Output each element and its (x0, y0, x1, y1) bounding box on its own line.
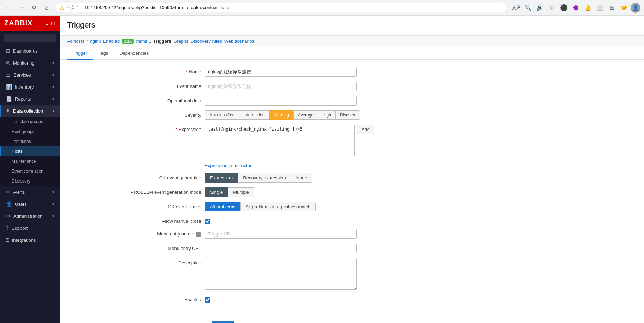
sidebar-item-left: ◎ Monitoring (6, 60, 35, 66)
browser-chrome: ← → ↻ ⌂ ⚠ 不安全 | 192.168.200.42/triggers.… (0, 0, 644, 16)
expression-constructor-row: Expression constructor (124, 161, 637, 168)
integrations-icon: Z (6, 237, 9, 243)
translate-button[interactable]: 文A (511, 2, 521, 13)
sidebar-item-administration[interactable]: ⚙ Administration ▼ (0, 210, 60, 222)
breadcrumb-items[interactable]: Items 1 (136, 38, 151, 44)
favorites-button[interactable]: ☆ (547, 2, 557, 13)
back-button[interactable]: ← (4, 3, 13, 13)
breadcrumb-all-hosts[interactable]: All hosts (67, 38, 84, 44)
sidebar-item-monitoring[interactable]: ◎ Monitoring ▼ (0, 57, 60, 69)
sidebar-item-alerts[interactable]: ✉ Alerts ▼ (0, 186, 60, 198)
sidebar-submenu-hosts[interactable]: Hosts (0, 146, 60, 156)
sidebar-collapse-button[interactable]: « (44, 20, 49, 27)
expression-add-button[interactable]: Add (357, 125, 374, 134)
page-title: Triggers (67, 20, 637, 30)
split-view-button[interactable]: ⬜ (595, 2, 605, 13)
ok-event-generation-row: OK event generation Expression Recovery … (124, 173, 637, 183)
address-bar[interactable]: ⚠ 不安全 | 192.168.200.42/triggers.php?host… (54, 3, 508, 12)
ok-event-closes-label: OK event closes (124, 202, 201, 209)
sidebar-item-inventory[interactable]: 📊 Inventory ▼ (0, 81, 60, 93)
ok-event-recovery-expression[interactable]: Recovery expression (238, 173, 291, 183)
menu-entry-name-input[interactable] (205, 229, 357, 239)
sidebar-submenu-discovery[interactable]: Discovery (0, 176, 60, 186)
sidebar-item-left: Z Integrations (6, 237, 36, 243)
problem-event-single[interactable]: Single (205, 187, 228, 197)
sidebar-item-integrations[interactable]: Z Integrations (0, 234, 60, 246)
cancel-button[interactable]: Cancel (237, 321, 263, 323)
sidebar-item-label: Support (12, 226, 28, 231)
sidebar-item-label: Dashboards (13, 48, 38, 54)
sidebar-submenu-host-groups[interactable]: Host groups (0, 127, 60, 137)
name-input[interactable] (205, 67, 357, 77)
add-submit-button[interactable]: Add (212, 321, 234, 323)
breadcrumb-web-scenarios[interactable]: Web scenarios (224, 38, 255, 44)
ok-event-generation-label: OK event generation (124, 173, 201, 180)
monitoring-icon: ◎ (6, 60, 10, 66)
severity-information[interactable]: Information (239, 110, 269, 120)
breadcrumb-discovery-rules[interactable]: Discovery rules (191, 38, 222, 44)
extension2-button[interactable]: ⬟ (571, 2, 581, 13)
menu-entry-name-row: Menu entry name ? (124, 229, 637, 239)
description-textarea[interactable] (205, 258, 357, 290)
menu-entry-url-input[interactable] (205, 244, 357, 253)
expression-textarea[interactable]: last(/nginx/check_nginx['waiting'])>3 (205, 125, 355, 156)
severity-not-classified[interactable]: Not classified (205, 110, 239, 120)
problem-event-mode-label: PROBLEM event generation mode (124, 187, 201, 195)
breadcrumb-enabled[interactable]: Enabled (103, 38, 120, 44)
severity-high[interactable]: High (318, 110, 335, 120)
breadcrumb-triggers[interactable]: Triggers (153, 38, 171, 44)
tab-tags[interactable]: Tags (93, 47, 114, 60)
sidebar-item-label: Reports (15, 96, 31, 102)
menu-entry-name-help-icon[interactable]: ? (196, 232, 201, 237)
tab-trigger[interactable]: Trigger (67, 47, 93, 60)
profile-avatar[interactable]: 👤 (631, 3, 640, 13)
sidebar-item-data-collection[interactable]: ⬇ Data collection ▲ (0, 105, 60, 117)
sidebar-expand-button[interactable]: ⊡ (50, 20, 56, 27)
home-button[interactable]: ⌂ (42, 3, 52, 13)
ok-event-none[interactable]: None (291, 173, 312, 183)
enabled-checkbox[interactable] (205, 297, 210, 303)
sidebar-item-users[interactable]: 👤 Users ▼ (0, 198, 60, 210)
apps-button[interactable]: ⊞ (607, 2, 617, 13)
security-warning-icon: ⚠ (60, 5, 64, 11)
reload-button[interactable]: ↻ (29, 3, 39, 13)
sidebar-submenu-maintenance[interactable]: Maintenance (0, 156, 60, 166)
severity-warning[interactable]: Warning (269, 110, 293, 120)
sidebar-item-left: ⚙ Administration (6, 213, 42, 219)
breadcrumb-host-nginx[interactable]: nginx (90, 38, 101, 44)
sidebar-submenu-event-correlation[interactable]: Event correlation (0, 166, 60, 176)
severity-disaster[interactable]: Disaster (335, 110, 360, 120)
sidebar-item-label: Data collection (13, 108, 43, 114)
search-button[interactable]: 🔍 (523, 2, 533, 13)
sidebar-submenu-templates[interactable]: Templates (0, 137, 60, 146)
sidebar-item-services[interactable]: ☰ Services ▼ (0, 69, 60, 81)
sidebar-submenu-template-groups[interactable]: Template groups (0, 117, 60, 127)
operational-data-control (205, 96, 357, 106)
extension1-button[interactable]: ⚫ (559, 2, 569, 13)
sidebar-item-reports[interactable]: 📄 Reports ▼ (0, 93, 60, 105)
breadcrumb-graphs[interactable]: Graphs (173, 38, 189, 44)
ok-event-tag-match[interactable]: All problems if tag values match (240, 202, 316, 211)
severity-average[interactable]: Average (293, 110, 318, 120)
allow-manual-close-checkbox[interactable] (205, 219, 210, 224)
forward-button[interactable]: → (16, 3, 26, 13)
ok-event-expression[interactable]: Expression (205, 173, 238, 183)
extension3-button[interactable]: 🔔 (583, 2, 593, 13)
read-aloud-button[interactable]: 🔊 (535, 2, 545, 13)
chevron-icon: ▲ (52, 109, 55, 113)
expression-constructor-link[interactable]: Expression constructor (205, 163, 251, 168)
problem-event-multiple[interactable]: Multiple (228, 187, 254, 197)
sidebar-item-dashboards[interactable]: ⊞ Dashboards (0, 45, 60, 57)
tab-dependencies[interactable]: Dependencies (114, 47, 154, 60)
operational-data-input[interactable] (205, 96, 357, 106)
ok-event-all-problems[interactable]: All problems (205, 202, 240, 211)
account-button[interactable]: 🤝 (619, 2, 629, 13)
sidebar-item-label: Alerts (13, 190, 25, 195)
sidebar-search-input[interactable] (4, 34, 56, 42)
event-name-input[interactable] (205, 82, 357, 91)
services-icon: ☰ (6, 72, 11, 78)
sidebar-item-support[interactable]: ? Support (0, 222, 60, 234)
ok-event-generation-group: Expression Recovery expression None (205, 173, 312, 183)
not-secure-label: 不安全 (66, 5, 79, 11)
reports-icon: 📄 (6, 96, 12, 102)
